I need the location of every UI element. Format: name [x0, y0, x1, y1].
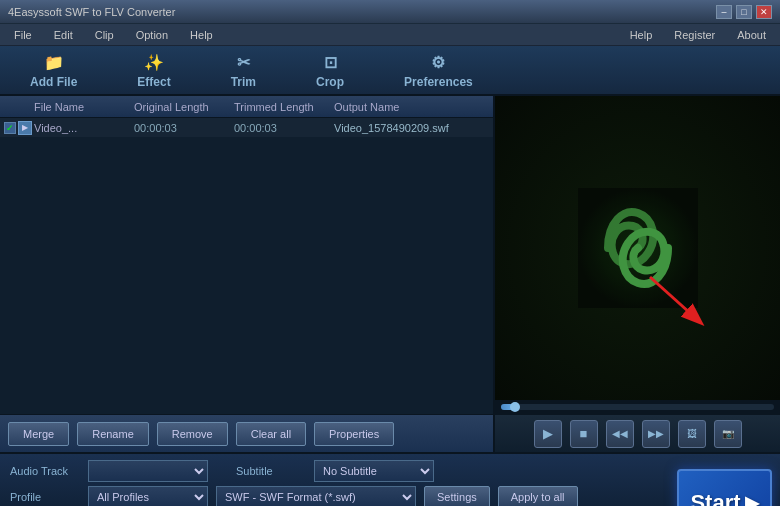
file-panel: File Name Original Length Trimmed Length…	[0, 96, 495, 452]
title-bar: 4Easyssoft SWF to FLV Converter – □ ✕	[0, 0, 780, 24]
logo-image	[578, 188, 698, 308]
main-area: File Name Original Length Trimmed Length…	[0, 96, 780, 452]
toolbar: 📁 Add File ✨ Effect ✂ Trim ⊡ Crop ⚙ Pref…	[0, 46, 780, 96]
apply-to-all-button[interactable]: Apply to all	[498, 486, 578, 506]
subtitle-select[interactable]: No Subtitle	[314, 460, 434, 482]
start-label: Start	[690, 490, 740, 506]
toolbar-trim-label: Trim	[231, 75, 256, 89]
checkbox[interactable]: ✓	[4, 122, 16, 134]
toolbar-preferences[interactable]: ⚙ Preferences	[394, 47, 483, 93]
profile-select[interactable]: All Profiles	[88, 486, 208, 506]
toolbar-effect[interactable]: ✨ Effect	[127, 47, 180, 93]
screenshot-button[interactable]: 🖼	[678, 420, 706, 448]
properties-button[interactable]: Properties	[314, 422, 394, 446]
menu-option[interactable]: Option	[126, 27, 178, 43]
rename-button[interactable]: Rename	[77, 422, 149, 446]
menu-file[interactable]: File	[4, 27, 42, 43]
menu-register[interactable]: Register	[664, 27, 725, 43]
toolbar-preferences-label: Preferences	[404, 75, 473, 89]
video-preview	[495, 96, 780, 400]
effect-icon: ✨	[143, 51, 165, 73]
table-row[interactable]: ✓ ▶ Video_... 00:00:03 00:00:03 Video_15…	[0, 118, 493, 138]
bottom-wrapper: Audio Track Subtitle No Subtitle Profile…	[0, 452, 780, 506]
menu-bar: File Edit Clip Option Help Help Register…	[0, 24, 780, 46]
menu-edit[interactable]: Edit	[44, 27, 83, 43]
menu-help-link[interactable]: Help	[620, 27, 663, 43]
profile-label: Profile	[10, 491, 80, 503]
menu-right: Help Register About	[620, 27, 776, 43]
toolbar-effect-label: Effect	[137, 75, 170, 89]
minimize-button[interactable]: –	[716, 5, 732, 19]
title-controls: – □ ✕	[716, 5, 772, 19]
progress-bar-area[interactable]	[495, 400, 780, 414]
start-button[interactable]: Start ▶	[677, 469, 772, 506]
stop-button[interactable]: ■	[570, 420, 598, 448]
toolbar-add-file-label: Add File	[30, 75, 77, 89]
row-trimmed-length: 00:00:03	[234, 122, 334, 134]
crop-icon: ⊡	[319, 51, 341, 73]
merge-button[interactable]: Merge	[8, 422, 69, 446]
row-output-name: Video_1578490209.swf	[334, 122, 489, 134]
progress-thumb	[510, 402, 520, 412]
camera-button[interactable]: 📷	[714, 420, 742, 448]
preferences-icon: ⚙	[427, 51, 449, 73]
toolbar-trim[interactable]: ✂ Trim	[221, 47, 266, 93]
maximize-button[interactable]: □	[736, 5, 752, 19]
bottom-row2: Profile All Profiles SWF - SWF Format (*…	[10, 486, 770, 506]
bottom-row1: Audio Track Subtitle No Subtitle	[10, 460, 770, 482]
action-buttons: Merge Rename Remove Clear all Properties	[0, 414, 493, 452]
play-button[interactable]: ▶	[534, 420, 562, 448]
audio-track-select[interactable]	[88, 460, 208, 482]
toolbar-crop-label: Crop	[316, 75, 344, 89]
format-select[interactable]: SWF - SWF Format (*.swf)	[216, 486, 416, 506]
trim-icon: ✂	[232, 51, 254, 73]
row-checkbox[interactable]: ✓ ▶	[4, 121, 34, 135]
bottom-controls: Audio Track Subtitle No Subtitle Profile…	[0, 452, 780, 506]
start-play-icon: ▶	[745, 492, 759, 506]
remove-button[interactable]: Remove	[157, 422, 228, 446]
row-filename: Video_...	[34, 122, 134, 134]
clear-all-button[interactable]: Clear all	[236, 422, 306, 446]
playback-controls: ▶ ■ ◀◀ ▶▶ 🖼 📷	[495, 414, 780, 452]
file-icon: ▶	[18, 121, 32, 135]
preview-panel: ▶ ■ ◀◀ ▶▶ 🖼 📷	[495, 96, 780, 452]
close-button[interactable]: ✕	[756, 5, 772, 19]
fastforward-button[interactable]: ▶▶	[642, 420, 670, 448]
col-header-output: Output Name	[334, 101, 489, 113]
menu-help[interactable]: Help	[180, 27, 223, 43]
audio-track-label: Audio Track	[10, 465, 80, 477]
menu-about[interactable]: About	[727, 27, 776, 43]
col-header-filename: File Name	[34, 101, 134, 113]
menu-clip[interactable]: Clip	[85, 27, 124, 43]
col-header-original: Original Length	[134, 101, 234, 113]
col-header-trimmed: Trimmed Length	[234, 101, 334, 113]
file-table-header: File Name Original Length Trimmed Length…	[0, 96, 493, 118]
add-file-icon: 📁	[43, 51, 65, 73]
rewind-button[interactable]: ◀◀	[606, 420, 634, 448]
toolbar-add-file[interactable]: 📁 Add File	[20, 47, 87, 93]
window-title: 4Easyssoft SWF to FLV Converter	[8, 6, 175, 18]
row-original-length: 00:00:03	[134, 122, 234, 134]
settings-button[interactable]: Settings	[424, 486, 490, 506]
file-table-body: ✓ ▶ Video_... 00:00:03 00:00:03 Video_15…	[0, 118, 493, 414]
subtitle-label: Subtitle	[236, 465, 306, 477]
toolbar-crop[interactable]: ⊡ Crop	[306, 47, 354, 93]
progress-track[interactable]	[501, 404, 774, 410]
